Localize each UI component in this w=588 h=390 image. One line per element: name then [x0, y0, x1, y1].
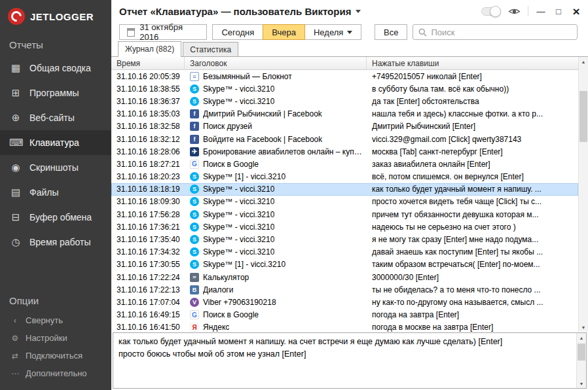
brand: JETLOGGER	[0, 0, 111, 30]
option-item-collapse[interactable]: ‹ Свернуть	[0, 311, 111, 329]
skype-icon: S	[190, 172, 199, 181]
row-title-cell: S Skype™ - vicci.3210	[185, 84, 367, 94]
skype-icon: S	[190, 260, 199, 269]
row-title-cell: V Viber +79063190218	[185, 298, 367, 307]
files-icon: ▤	[9, 186, 22, 198]
detail-scroll-down-icon[interactable]: ▼	[577, 379, 586, 388]
detail-scroll-up-icon[interactable]: ▲	[577, 333, 586, 342]
row-title: Skype™ - vicci.3210	[203, 185, 274, 194]
row-keys: причем тут обязанности девушка которая м…	[367, 210, 578, 219]
skype-icon: S	[190, 185, 199, 194]
table-row[interactable]: 31.10.16 18:18:19 S Skype™ - vicci.3210 …	[111, 183, 578, 196]
table-row[interactable]: 31.10.16 16:41:50 Я Яндекс погода в моск…	[111, 321, 578, 332]
user-dropdown-caret-icon[interactable]	[356, 10, 361, 13]
table-scrollbar-thumb[interactable]	[579, 91, 587, 142]
date-picker-button[interactable]: 31 октября 2016	[119, 24, 207, 40]
row-time: 31.10.16 16:49:15	[111, 310, 185, 319]
table-row[interactable]: 31.10.16 16:49:15 G Поиск в Google погод…	[111, 309, 578, 321]
sidebar-item-summary[interactable]: ▦ Общая сводка	[0, 56, 111, 80]
table-row[interactable]: 31.10.16 17:22:13 В Диалоги ты не обидел…	[111, 283, 578, 296]
table-row[interactable]: 31.10.16 17:56:28 S Skype™ - vicci.3210 …	[111, 208, 578, 221]
column-header-title[interactable]: Заголовок	[185, 57, 367, 69]
skype-icon: S	[190, 84, 199, 94]
table-row[interactable]: 31.10.16 18:09:30 S Skype™ - vicci.3210 …	[111, 196, 578, 208]
table-row[interactable]: 31.10.16 17:30:55 S Skype™ [1] - vicci.3…	[111, 258, 578, 271]
today-button[interactable]: Сегодня	[212, 24, 263, 40]
stealth-eye-button[interactable]	[508, 7, 521, 16]
option-item-more[interactable]: ⋯ Дополнительно	[0, 364, 111, 382]
column-header-keys[interactable]: Нажатые клавиши	[367, 57, 578, 69]
google-icon: G	[190, 310, 199, 319]
row-title-cell: f Войдите на Facebook | Facebook	[185, 135, 367, 144]
sidebar-reports-list: ▦ Общая сводка ⊞ Программы ⊕ Веб-сайты ⌨…	[0, 56, 111, 255]
close-button[interactable]: ×	[571, 5, 581, 18]
row-keys: Дмитрий Рыбчинский [Enter]	[367, 122, 578, 131]
option-item-connect[interactable]: ⇄ Подключиться	[0, 347, 111, 364]
detail-scrollbar-thumb[interactable]	[578, 344, 585, 361]
row-keys: +74952015057 николай [Enter]	[367, 72, 578, 81]
row-title-cell: f Дмитрий Рыбчинский | Facebook	[185, 109, 367, 118]
table-row[interactable]: 31.10.16 18:28:06 ✈ Бронирование авиабил…	[111, 145, 578, 158]
sidebar-item-files[interactable]: ▤ Файлы	[0, 180, 111, 205]
notepad-icon: ≡	[190, 72, 199, 81]
row-time: 31.10.16 18:36:37	[111, 97, 185, 106]
sidebar-item-clipboard[interactable]: ⊟ Буфер обмена	[0, 205, 111, 230]
detail-scrollbar[interactable]: ▲ ▼	[576, 333, 586, 388]
table-row[interactable]: 31.10.16 18:27:21 G Поиск в Google заказ…	[111, 158, 578, 170]
jetlogger-logo-icon	[8, 8, 25, 25]
sidebar-item-screenshots[interactable]: ◉ Скриншоты	[0, 155, 111, 180]
row-title: Skype™ [1] - vicci.3210	[203, 172, 285, 181]
scroll-down-icon[interactable]: ▼	[579, 323, 588, 332]
facebook-icon: f	[190, 122, 199, 131]
yesterday-button[interactable]: Вчера	[263, 24, 305, 40]
sidebar-item-websites[interactable]: ⊕ Веб-сайты	[0, 105, 111, 130]
table-scrollbar[interactable]: ▲ ▼	[578, 57, 588, 332]
search-input[interactable]	[431, 27, 572, 37]
detail-text: как только будет удачный момент я напишу…	[113, 333, 576, 388]
facebook-icon: f	[190, 109, 199, 118]
table-row[interactable]: 31.10.16 18:38:55 S Skype™ - vicci.3210 …	[111, 82, 578, 95]
option-item-settings[interactable]: ⚙ Настройки	[0, 329, 111, 347]
sidebar-item-keyboard[interactable]: ⌨ Клавиатура	[0, 130, 111, 155]
table-row[interactable]: 31.10.16 20:05:39 ≡ Безымянный — Блокнот…	[111, 70, 578, 82]
tab-statistics[interactable]: Статистика	[183, 42, 238, 56]
table-scrollbar-track[interactable]	[579, 66, 588, 323]
detail-scrollbar-track[interactable]	[577, 342, 586, 379]
row-title-cell: S Skype™ - vicci.3210	[185, 197, 367, 206]
tab-bar: Журнал (882) Статистика	[111, 42, 588, 57]
table-row[interactable]: 31.10.16 17:36:21 S Skype™ - vicci.3210 …	[111, 221, 578, 233]
minimize-button[interactable]: —	[536, 7, 546, 16]
table-row[interactable]: 31.10.16 17:34:32 S Skype™ - vicci.3210 …	[111, 246, 578, 258]
search-icon	[418, 28, 427, 37]
row-time: 31.10.16 16:41:50	[111, 323, 185, 332]
row-keys: ну как-то по-другому она называется, смы…	[367, 298, 578, 307]
table-row[interactable]: 31.10.16 17:07:04 V Viber +79063190218 н…	[111, 296, 578, 308]
table-row[interactable]: 31.10.16 18:35:03 f Дмитрий Рыбчинский |…	[111, 108, 578, 120]
option-item-label: Подключиться	[26, 351, 83, 361]
table-row[interactable]: 31.10.16 17:22:24 = Калькулятор 3000000/…	[111, 271, 578, 283]
globe-icon: ⊕	[9, 112, 22, 124]
calendar-icon	[127, 28, 135, 37]
table-row[interactable]: 31.10.16 18:20:23 S Skype™ [1] - vicci.3…	[111, 171, 578, 183]
week-button[interactable]: Неделя	[304, 24, 361, 40]
row-title-cell: S Skype™ [1] - vicci.3210	[185, 172, 367, 181]
row-keys: как только будет удачный момент я напишу…	[367, 185, 578, 194]
row-title-cell: S Skype™ - vicci.3210	[185, 222, 367, 232]
column-header-time[interactable]: Время	[111, 57, 185, 69]
maximize-button[interactable]: □	[553, 7, 564, 16]
sidebar-item-programs[interactable]: ⊞ Программы	[0, 80, 111, 105]
table-row[interactable]: 31.10.16 17:35:40 S Skype™ - vicci.3210 …	[111, 233, 578, 245]
row-title-cell: = Калькулятор	[185, 273, 367, 282]
scroll-up-icon[interactable]: ▲	[579, 57, 588, 66]
row-time: 31.10.16 18:20:23	[111, 172, 185, 181]
sidebar-item-label: Время работы	[29, 237, 91, 247]
row-title: Дмитрий Рыбчинский | Facebook	[203, 109, 322, 118]
monitoring-toggle[interactable]	[481, 7, 501, 16]
table-row[interactable]: 31.10.16 18:32:12 f Войдите на Facebook …	[111, 133, 578, 145]
tab-journal[interactable]: Журнал (882)	[118, 41, 181, 57]
table-row[interactable]: 31.10.16 18:32:58 f Поиск друзей Дмитрий…	[111, 120, 578, 133]
table-row[interactable]: 31.10.16 18:36:37 S Skype™ - vicci.3210 …	[111, 95, 578, 107]
sidebar: JETLOGGER Отчеты ▦ Общая сводка ⊞ Програ…	[0, 0, 111, 390]
all-button[interactable]: Все	[375, 24, 407, 40]
sidebar-item-worktime[interactable]: ◷ Время работы	[0, 230, 111, 255]
